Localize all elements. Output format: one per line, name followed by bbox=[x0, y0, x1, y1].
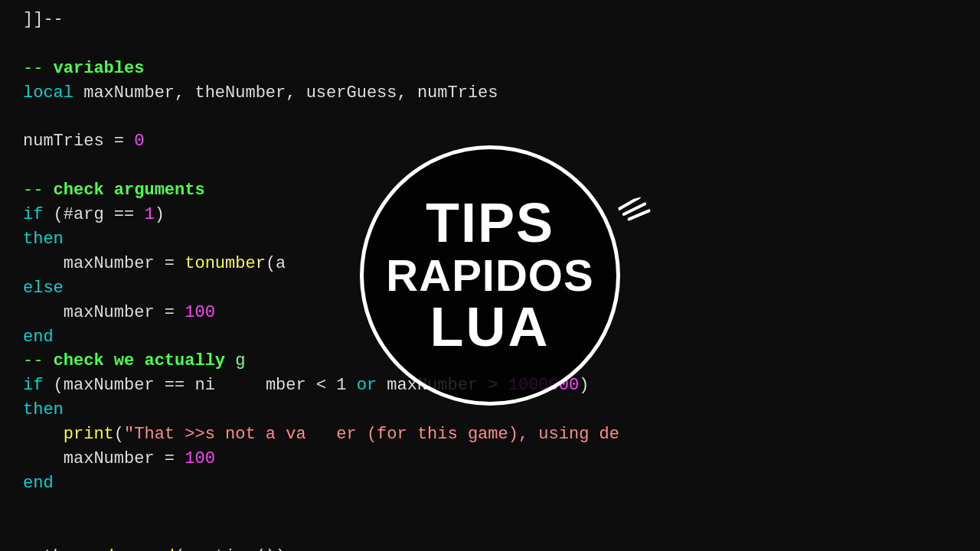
code-line: then bbox=[23, 398, 980, 422]
code-line: maxNumber = 100 bbox=[23, 301, 980, 325]
code-line bbox=[23, 154, 980, 178]
code-line: -- variables bbox=[23, 57, 980, 81]
code-line: if (#arg == 1) bbox=[23, 203, 980, 227]
code-line: local maxNumber, theNumber, userGuess, n… bbox=[23, 81, 980, 106]
code-line: -- check arguments bbox=[23, 178, 980, 203]
code-line: maxNumber = 100 bbox=[23, 447, 980, 471]
code-line: -- check we actually g bbox=[23, 349, 980, 373]
code-line bbox=[23, 520, 980, 545]
code-line: print("That >>s not a va er (for this ga… bbox=[23, 422, 980, 447]
code-line: end bbox=[23, 325, 980, 350]
code-line bbox=[23, 496, 980, 520]
code-line: ]]-- bbox=[23, 8, 980, 32]
code-line bbox=[23, 106, 980, 130]
code-line bbox=[23, 32, 980, 57]
code-line: math.randomseed(os.time()) bbox=[23, 545, 980, 551]
code-line: numTries = 0 bbox=[23, 129, 980, 154]
code-background: ]]-- -- variables local maxNumber, theNu… bbox=[0, 0, 980, 551]
code-line: if (maxNumber == ni mber < 1 or maxNumbe… bbox=[23, 373, 980, 398]
code-line: then bbox=[23, 227, 980, 252]
code-line: end bbox=[23, 471, 980, 496]
code-line: else bbox=[23, 276, 980, 301]
code-line: maxNumber = tonumber(a bbox=[23, 252, 980, 276]
